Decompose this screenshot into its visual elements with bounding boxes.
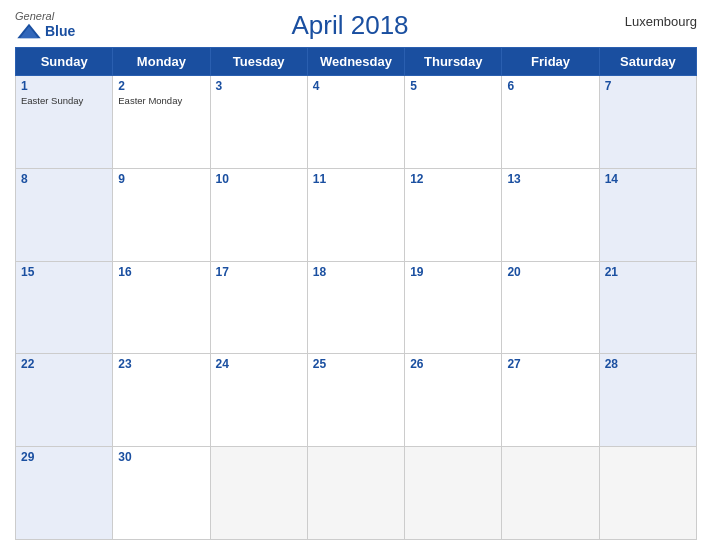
day-number: 26 <box>410 357 496 371</box>
day-number: 13 <box>507 172 593 186</box>
day-number: 21 <box>605 265 691 279</box>
calendar-cell: 1Easter Sunday <box>16 76 113 169</box>
day-number: 6 <box>507 79 593 93</box>
calendar-cell: 29 <box>16 447 113 540</box>
calendar-cell: 25 <box>307 354 404 447</box>
day-number: 8 <box>21 172 107 186</box>
day-number: 17 <box>216 265 302 279</box>
holiday-label: Easter Sunday <box>21 95 107 106</box>
day-number: 10 <box>216 172 302 186</box>
calendar-cell: 7 <box>599 76 696 169</box>
weekday-header-monday: Monday <box>113 48 210 76</box>
day-number: 14 <box>605 172 691 186</box>
logo-blue-text: Blue <box>45 23 75 39</box>
day-number: 5 <box>410 79 496 93</box>
day-number: 3 <box>216 79 302 93</box>
calendar-cell: 13 <box>502 168 599 261</box>
calendar-cell: 9 <box>113 168 210 261</box>
logo-general-text: General <box>15 10 54 22</box>
calendar-cell <box>502 447 599 540</box>
calendar-cell <box>210 447 307 540</box>
calendar-cell: 19 <box>405 261 502 354</box>
day-number: 23 <box>118 357 204 371</box>
weekday-header-saturday: Saturday <box>599 48 696 76</box>
calendar-cell: 20 <box>502 261 599 354</box>
calendar-cell: 3 <box>210 76 307 169</box>
day-number: 25 <box>313 357 399 371</box>
logo-bird-icon <box>15 22 43 40</box>
day-number: 28 <box>605 357 691 371</box>
day-number: 16 <box>118 265 204 279</box>
day-number: 11 <box>313 172 399 186</box>
logo: General Blue <box>15 10 75 40</box>
calendar-week-5: 2930 <box>16 447 697 540</box>
calendar-cell: 8 <box>16 168 113 261</box>
calendar-week-1: 1Easter Sunday2Easter Monday34567 <box>16 76 697 169</box>
calendar-cell: 26 <box>405 354 502 447</box>
weekday-header-sunday: Sunday <box>16 48 113 76</box>
calendar-cell: 10 <box>210 168 307 261</box>
calendar-cell: 6 <box>502 76 599 169</box>
calendar-cell <box>307 447 404 540</box>
calendar-cell: 27 <box>502 354 599 447</box>
day-number: 9 <box>118 172 204 186</box>
day-number: 7 <box>605 79 691 93</box>
day-number: 30 <box>118 450 204 464</box>
calendar-cell: 23 <box>113 354 210 447</box>
calendar-cell: 16 <box>113 261 210 354</box>
calendar-cell: 28 <box>599 354 696 447</box>
calendar-cell <box>405 447 502 540</box>
calendar-cell: 24 <box>210 354 307 447</box>
day-number: 29 <box>21 450 107 464</box>
weekday-header-thursday: Thursday <box>405 48 502 76</box>
calendar-cell: 2Easter Monday <box>113 76 210 169</box>
calendar-table: SundayMondayTuesdayWednesdayThursdayFrid… <box>15 47 697 540</box>
calendar-cell: 5 <box>405 76 502 169</box>
day-number: 15 <box>21 265 107 279</box>
calendar-header-row: SundayMondayTuesdayWednesdayThursdayFrid… <box>16 48 697 76</box>
day-number: 12 <box>410 172 496 186</box>
calendar-cell: 4 <box>307 76 404 169</box>
calendar-week-4: 22232425262728 <box>16 354 697 447</box>
day-number: 24 <box>216 357 302 371</box>
calendar-cell: 15 <box>16 261 113 354</box>
day-number: 20 <box>507 265 593 279</box>
calendar-title: April 2018 <box>291 10 408 41</box>
day-number: 2 <box>118 79 204 93</box>
calendar-header: General Blue April 2018 Luxembourg <box>15 10 697 41</box>
holiday-label: Easter Monday <box>118 95 204 106</box>
day-number: 18 <box>313 265 399 279</box>
country-label: Luxembourg <box>625 10 697 29</box>
calendar-cell: 30 <box>113 447 210 540</box>
calendar-cell: 12 <box>405 168 502 261</box>
day-number: 27 <box>507 357 593 371</box>
day-number: 19 <box>410 265 496 279</box>
calendar-week-3: 15161718192021 <box>16 261 697 354</box>
day-number: 22 <box>21 357 107 371</box>
calendar-week-2: 891011121314 <box>16 168 697 261</box>
calendar-cell: 18 <box>307 261 404 354</box>
day-number: 4 <box>313 79 399 93</box>
day-number: 1 <box>21 79 107 93</box>
calendar-cell: 22 <box>16 354 113 447</box>
weekday-header-tuesday: Tuesday <box>210 48 307 76</box>
calendar-cell: 21 <box>599 261 696 354</box>
calendar-cell: 11 <box>307 168 404 261</box>
calendar-cell: 14 <box>599 168 696 261</box>
calendar-cell <box>599 447 696 540</box>
calendar-cell: 17 <box>210 261 307 354</box>
weekday-header-friday: Friday <box>502 48 599 76</box>
weekday-header-wednesday: Wednesday <box>307 48 404 76</box>
